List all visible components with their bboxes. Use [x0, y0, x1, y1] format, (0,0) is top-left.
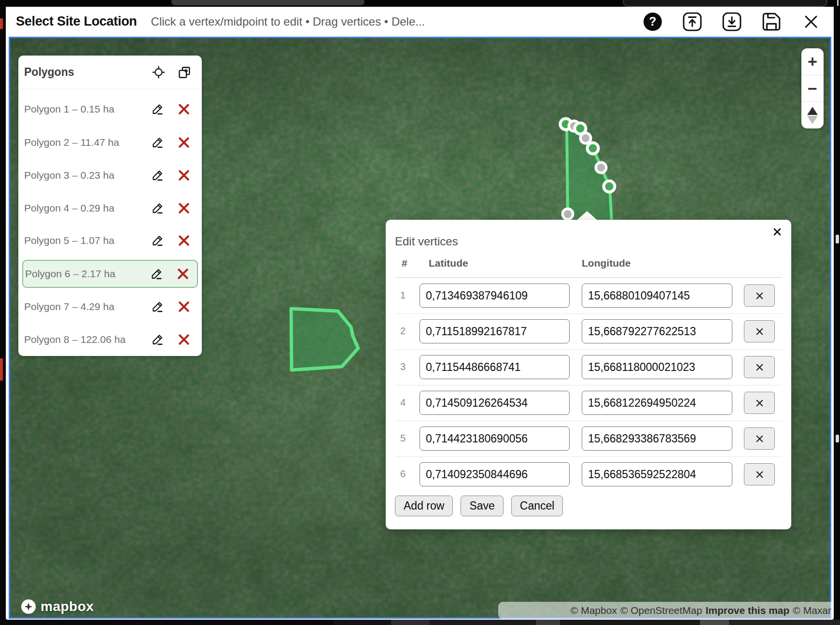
edit-pencil-icon[interactable]: [151, 332, 165, 347]
browser-toolbar-shape: [623, 0, 827, 7]
delete-row-button-1[interactable]: [744, 284, 775, 307]
improve-map-link[interactable]: Improve this map: [705, 605, 789, 616]
attribution-maxar-link[interactable]: © Maxar: [793, 605, 831, 616]
polygon-list-item-6-selected[interactable]: Polygon 6 – 2.17 ha: [22, 260, 198, 288]
header-divider: [395, 277, 782, 278]
upload-icon: [682, 12, 702, 32]
midpoint-handle[interactable]: [564, 210, 572, 218]
map-polygon-small[interactable]: [291, 309, 358, 370]
edit-pencil-icon[interactable]: [151, 135, 165, 150]
delete-x-icon[interactable]: [177, 332, 191, 347]
longitude-input-6[interactable]: [582, 462, 732, 486]
latitude-input-6[interactable]: [420, 462, 570, 486]
attribution-osm-link[interactable]: © OpenStreetMap: [620, 605, 702, 616]
delete-row-button-2[interactable]: [744, 320, 775, 342]
latitude-input-3[interactable]: [420, 355, 570, 379]
polygon-label: Polygon 3 – 0.23 ha: [24, 170, 151, 181]
delete-x-icon[interactable]: [177, 168, 191, 183]
save-button[interactable]: Save: [461, 496, 503, 516]
polygons-panel: Polygons Polygon 1 – 0.15 ha: [18, 56, 202, 356]
delete-row-button-3[interactable]: [744, 356, 775, 378]
zoom-in-button[interactable]: +: [801, 48, 824, 75]
column-header-longitude: Longitude: [582, 257, 630, 269]
vertex-handle[interactable]: [589, 144, 597, 153]
polygon-list-item-1[interactable]: Polygon 1 – 0.15 ha: [22, 95, 198, 123]
row-divider: [395, 349, 782, 350]
save-file-button[interactable]: [761, 12, 782, 32]
dialog-buttons: Add row Save Cancel: [395, 496, 563, 516]
latitude-input-1[interactable]: [420, 284, 570, 308]
latitude-input-2[interactable]: [420, 319, 570, 343]
polygon-list-item-3[interactable]: Polygon 3 – 0.23 ha: [22, 161, 198, 189]
polygon-list-item-7[interactable]: Polygon 7 – 4.29 ha: [22, 293, 198, 321]
longitude-input-5[interactable]: [582, 426, 732, 451]
cancel-button[interactable]: Cancel: [511, 496, 563, 516]
midpoint-handle[interactable]: [582, 134, 589, 142]
frame-left-edge: [0, 0, 6, 625]
add-row-button[interactable]: Add row: [395, 496, 453, 516]
polygon-list-item-8[interactable]: Polygon 8 – 122.06 ha: [22, 326, 198, 354]
compass-north-icon: [807, 107, 818, 115]
upload-button[interactable]: [682, 12, 702, 32]
locate-icon[interactable]: [152, 66, 165, 79]
mapbox-logo[interactable]: mapbox: [20, 598, 94, 615]
longitude-input-2[interactable]: [582, 319, 732, 343]
dialog-title: Edit vertices: [395, 235, 458, 248]
longitude-input-1[interactable]: [582, 284, 732, 308]
latitude-input-5[interactable]: [420, 426, 570, 451]
dialog-close-icon[interactable]: [770, 225, 784, 239]
row-number: 1: [400, 290, 412, 301]
polygon-label: Polygon 2 – 11.47 ha: [24, 137, 151, 148]
mapbox-logo-icon: [20, 598, 37, 615]
page-title: Select Site Location: [16, 14, 137, 29]
edit-pencil-icon[interactable]: [150, 267, 164, 281]
polygon-label: Polygon 6 – 2.17 ha: [25, 268, 150, 280]
midpoint-handle[interactable]: [597, 164, 605, 171]
vertex-handle[interactable]: [576, 125, 585, 133]
row-divider: [395, 313, 782, 314]
polygon-label: Polygon 1 – 0.15 ha: [24, 103, 151, 115]
longitude-input-3[interactable]: [582, 355, 732, 379]
longitude-input-4[interactable]: [582, 391, 732, 415]
browser-tab-shape: [171, 0, 364, 5]
compass-south-icon: [807, 116, 818, 124]
delete-x-icon[interactable]: [177, 201, 191, 215]
delete-x-icon[interactable]: [177, 233, 191, 248]
vertex-handle[interactable]: [605, 183, 614, 191]
frame-right-edge: [834, 0, 840, 625]
column-header-num: #: [402, 257, 407, 269]
mapbox-logo-text: mapbox: [41, 599, 94, 614]
compass-button[interactable]: [801, 101, 824, 128]
red-edge-sliver: [0, 358, 3, 381]
polygon-label: Polygon 4 – 0.29 ha: [24, 202, 151, 214]
polygon-list-item-5[interactable]: Polygon 5 – 1.07 ha: [22, 227, 198, 255]
help-button[interactable]: ?: [643, 12, 663, 32]
delete-row-button-6[interactable]: [744, 463, 775, 485]
zoom-out-glyph: −: [808, 79, 817, 98]
close-button[interactable]: [801, 12, 821, 32]
delete-x-icon[interactable]: [177, 135, 191, 150]
polygon-list-item-4[interactable]: Polygon 4 – 0.29 ha: [22, 194, 198, 222]
delete-row-button-5[interactable]: [744, 427, 775, 450]
edit-pencil-icon[interactable]: [151, 201, 165, 215]
frame-bottom-edge: [0, 620, 840, 625]
row-divider: [395, 421, 782, 421]
delete-x-icon[interactable]: [177, 299, 191, 314]
edit-pencil-icon[interactable]: [151, 299, 165, 314]
attribution-mapbox-link[interactable]: © Mapbox: [571, 605, 617, 616]
row-divider: [395, 456, 782, 457]
delete-x-icon[interactable]: [176, 267, 190, 281]
edit-pencil-icon[interactable]: [151, 233, 165, 248]
background-page-sliver: [333, 620, 840, 625]
download-button[interactable]: [722, 12, 742, 32]
edit-pencil-icon[interactable]: [151, 168, 165, 183]
latitude-input-4[interactable]: [420, 391, 570, 415]
edit-pencil-icon[interactable]: [151, 102, 165, 116]
zoom-in-glyph: +: [808, 52, 817, 71]
zoom-out-button[interactable]: −: [801, 75, 824, 102]
polygon-list-item-2[interactable]: Polygon 2 – 11.47 ha: [22, 128, 198, 156]
delete-x-icon[interactable]: [177, 102, 191, 116]
delete-row-button-4[interactable]: [744, 392, 775, 414]
duplicate-add-icon[interactable]: [178, 66, 191, 79]
polygon-label: Polygon 8 – 122.06 ha: [24, 334, 151, 345]
